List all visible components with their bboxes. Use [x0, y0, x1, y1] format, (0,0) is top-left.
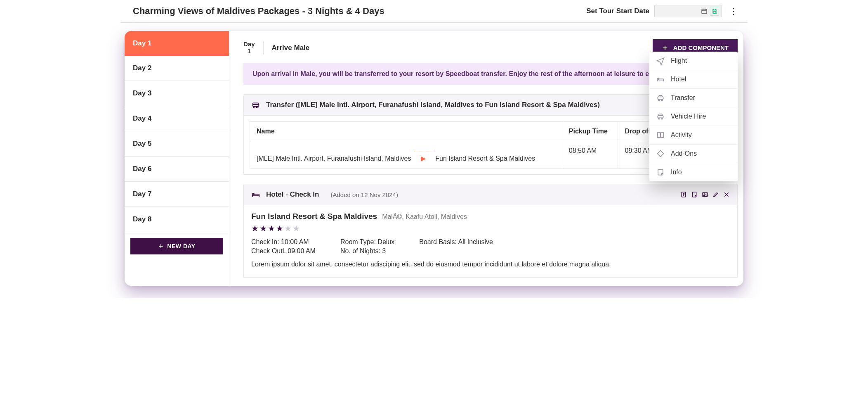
- hotel-room-type: Room Type: Delux: [340, 238, 394, 246]
- day-sidebar: Day 1Day 2Day 3Day 4Day 5Day 6Day 7Day 8…: [125, 31, 229, 286]
- hotel-location: MalÃ©, Kaafu Atoll, Maldives: [382, 213, 467, 221]
- car-icon: [656, 112, 665, 121]
- transfer-heading: Transfer ([MLE] Male Intl. Airport, Fura…: [266, 101, 600, 109]
- svg-point-11: [658, 78, 659, 80]
- tour-start-date-input[interactable]: [657, 7, 698, 16]
- svg-point-14: [661, 99, 663, 100]
- sidebar-day-3[interactable]: Day 3: [125, 81, 229, 106]
- hotel-description: Lorem ipsum dolor sit amet, consectetur …: [251, 261, 730, 268]
- sidebar-day-8[interactable]: Day 8: [125, 207, 229, 232]
- svg-point-4: [254, 107, 255, 108]
- sidebar-day-7[interactable]: Day 7: [125, 182, 229, 207]
- add-menu-item-vehicle-hire[interactable]: Vehicle Hire: [649, 107, 738, 126]
- svg-point-17: [661, 118, 663, 119]
- note-icon: [656, 168, 665, 176]
- add-menu-item-add-ons[interactable]: Add-Ons: [649, 145, 738, 163]
- tag-icon: [656, 150, 665, 158]
- save-icon[interactable]: [710, 7, 719, 16]
- edit-icon[interactable]: [712, 191, 719, 198]
- hotel-added-on: (Added on 12 Nov 2024): [330, 191, 398, 198]
- hotel-name: Fun Island Resort & Spa Maldives: [251, 212, 377, 221]
- notes-icon[interactable]: [680, 191, 687, 198]
- tour-start-date-field[interactable]: [654, 5, 722, 17]
- sidebar-day-2[interactable]: Day 2: [125, 56, 229, 81]
- sidebar-day-6[interactable]: Day 6: [125, 157, 229, 182]
- transfer-icon: [251, 100, 260, 109]
- edit-notes-icon[interactable]: [691, 191, 698, 198]
- add-menu-label: Vehicle Hire: [671, 113, 706, 120]
- hotel-component: Hotel - Check In (Added on 12 Nov 2024): [243, 184, 738, 278]
- route-to: Fun Island Resort & Spa Maldives: [435, 155, 535, 162]
- new-day-label: NEW DAY: [167, 243, 195, 249]
- svg-rect-2: [713, 12, 716, 14]
- new-day-button[interactable]: NEW DAY: [130, 238, 223, 254]
- star-rating: ★★★★★★: [251, 223, 730, 233]
- bed-icon: [656, 75, 665, 83]
- more-menu-icon[interactable]: ⋮: [727, 6, 740, 16]
- plus-icon: [158, 243, 164, 249]
- svg-rect-0: [702, 9, 707, 14]
- svg-point-5: [257, 107, 258, 108]
- add-menu-item-activity[interactable]: Activity: [649, 126, 738, 145]
- add-menu-item-transfer[interactable]: Transfer: [649, 89, 738, 107]
- add-menu-item-info[interactable]: Info: [649, 163, 738, 181]
- add-component-label: ADD COMPONENT: [673, 44, 729, 51]
- calendar-icon[interactable]: [701, 8, 708, 14]
- route-from: [MLE] Male Intl. Airport, Furanafushi Is…: [257, 155, 411, 162]
- col-pickup: Pickup Time: [562, 122, 618, 141]
- hotel-checkout: Check OutL 09:00 AM: [251, 247, 316, 255]
- car-icon: [656, 94, 665, 102]
- book-icon: [656, 131, 665, 139]
- add-menu-item-flight[interactable]: Flight: [649, 52, 738, 70]
- day-title: Arrive Male: [272, 44, 310, 52]
- svg-point-16: [658, 118, 660, 119]
- page-title: Charming Views of Maldives Packages - 3 …: [133, 6, 586, 17]
- hotel-checkin: Check In: 10:00 AM: [251, 238, 316, 246]
- set-date-label: Set Tour Start Date: [586, 7, 649, 15]
- svg-point-10: [704, 194, 705, 195]
- add-menu-label: Activity: [671, 131, 692, 139]
- add-menu-label: Info: [671, 169, 682, 176]
- hotel-heading: Hotel - Check In: [266, 190, 319, 199]
- add-menu-label: Hotel: [671, 76, 686, 83]
- sidebar-day-4[interactable]: Day 4: [125, 106, 229, 131]
- pickup-time: 08:50 AM: [562, 141, 618, 169]
- bed-icon: [251, 190, 260, 199]
- add-menu-label: Add-Ons: [671, 150, 697, 157]
- col-name: Name: [250, 122, 562, 141]
- svg-rect-1: [714, 9, 716, 10]
- add-menu-item-hotel[interactable]: Hotel: [649, 70, 738, 89]
- svg-point-6: [253, 194, 255, 195]
- close-icon[interactable]: [723, 191, 730, 198]
- main-content: Day 1 Arrive Male ADD COMPONENT Upon arr…: [229, 31, 743, 286]
- arrow-icon: ———▶: [413, 147, 434, 162]
- day-indicator: Day 1: [243, 41, 264, 55]
- add-menu-label: Transfer: [671, 94, 695, 102]
- svg-rect-12: [658, 97, 663, 100]
- plus-icon: [662, 45, 668, 51]
- sidebar-day-5[interactable]: Day 5: [125, 131, 229, 157]
- svg-rect-15: [658, 116, 663, 118]
- add-component-menu: FlightHotelTransferVehicle HireActivityA…: [649, 52, 738, 181]
- add-menu-label: Flight: [671, 57, 687, 64]
- hotel-board-basis: Board Basis: All Inclusive: [419, 238, 493, 246]
- hotel-nights: No. of Nights: 3: [340, 247, 394, 255]
- svg-point-13: [658, 99, 660, 100]
- plane-icon: [656, 57, 665, 65]
- sidebar-day-1[interactable]: Day 1: [125, 31, 229, 56]
- image-icon[interactable]: [702, 191, 708, 198]
